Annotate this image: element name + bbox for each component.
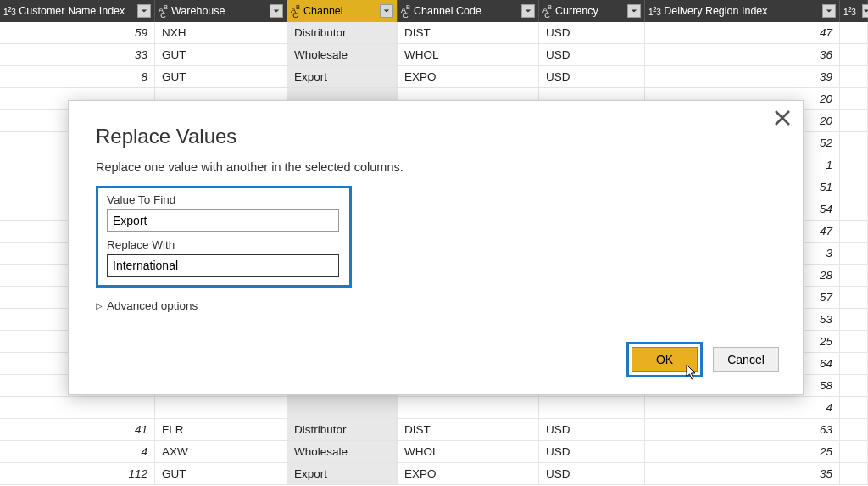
table-cell: EXPO	[398, 463, 539, 484]
advanced-options-toggle[interactable]: ▷ Advanced options	[96, 299, 776, 312]
table-row[interactable]: 112GUTExportEXPOUSD35	[0, 463, 868, 485]
table-cell: WHOL	[398, 441, 539, 462]
table-cell: USD	[539, 22, 645, 43]
table-cell	[840, 221, 868, 242]
abc-type-icon: ABC	[401, 4, 410, 19]
table-cell: Export	[287, 66, 398, 87]
column-header[interactable]: 123	[840, 0, 868, 22]
column-label: Customer Name Index	[19, 5, 134, 17]
table-cell	[840, 176, 868, 198]
123-type-icon: 123	[843, 5, 855, 17]
replace-values-dialog: Replace Values Replace one value with an…	[68, 100, 804, 395]
table-cell: USD	[539, 463, 645, 484]
table-cell: 8	[0, 66, 155, 87]
table-row[interactable]: 33GUTWholesaleWHOLUSD36	[0, 44, 868, 66]
table-cell: 41	[0, 419, 155, 440]
table-cell	[840, 331, 868, 352]
abc-type-icon: ABC	[291, 4, 300, 19]
ok-highlight-box: OK	[626, 342, 703, 377]
table-row[interactable]: 41FLRDistributorDISTUSD63	[0, 419, 868, 441]
table-cell	[840, 287, 868, 308]
table-cell: USD	[539, 419, 645, 440]
table-cell	[840, 353, 868, 374]
table-cell: 35	[645, 463, 840, 484]
chevron-right-icon: ▷	[96, 301, 103, 310]
table-cell	[840, 441, 868, 462]
table-cell	[840, 110, 868, 131]
table-cell	[287, 397, 398, 418]
table-cell: Export	[287, 463, 398, 484]
table-cell: 112	[0, 463, 155, 484]
column-header-row: 123Customer Name IndexABCWarehouseABCCha…	[0, 0, 868, 22]
table-cell: NXH	[155, 22, 287, 43]
123-type-icon: 123	[648, 5, 660, 17]
filter-dropdown-icon[interactable]	[521, 4, 535, 18]
table-cell	[398, 397, 539, 418]
table-cell	[840, 419, 868, 440]
table-cell	[539, 397, 645, 418]
table-cell: USD	[539, 441, 645, 462]
filter-dropdown-icon[interactable]	[380, 4, 393, 18]
table-row[interactable]: 4	[0, 397, 868, 419]
filter-dropdown-icon[interactable]	[270, 4, 283, 18]
table-cell	[0, 397, 155, 418]
table-cell: GUT	[155, 66, 287, 87]
table-cell: 25	[645, 441, 840, 462]
table-cell: 33	[0, 44, 155, 65]
input-highlight-box: Value To Find Replace With	[96, 186, 352, 288]
column-header[interactable]: 123Customer Name Index	[0, 0, 155, 22]
table-cell	[840, 375, 868, 396]
abc-type-icon: ABC	[542, 4, 552, 19]
table-cell	[840, 265, 868, 286]
table-cell: Wholesale	[287, 44, 398, 65]
table-cell: GUT	[155, 463, 287, 484]
table-cell	[155, 397, 287, 418]
dialog-subtitle: Replace one value with another in the se…	[96, 160, 776, 174]
table-cell: 63	[645, 419, 840, 440]
table-cell: 4	[645, 397, 840, 418]
table-cell: AXW	[155, 441, 287, 462]
column-header[interactable]: 123Delivery Region Index	[645, 0, 840, 22]
cancel-button[interactable]: Cancel	[713, 347, 779, 372]
column-header[interactable]: ABCChannel	[287, 0, 398, 22]
filter-dropdown-icon[interactable]	[137, 4, 151, 18]
value-to-find-label: Value To Find	[107, 193, 341, 206]
column-header[interactable]: ABCCurrency	[539, 0, 645, 22]
advanced-options-label: Advanced options	[107, 299, 198, 312]
filter-dropdown-icon[interactable]	[822, 4, 836, 18]
abc-type-icon: ABC	[159, 4, 168, 19]
table-cell: DIST	[398, 22, 539, 43]
table-cell	[840, 132, 868, 154]
value-to-find-input[interactable]	[107, 209, 339, 232]
dialog-title: Replace Values	[96, 125, 776, 148]
column-label: Currency	[555, 5, 624, 17]
table-cell: Wholesale	[287, 441, 398, 462]
table-cell	[840, 243, 868, 264]
table-cell: Distributor	[287, 22, 398, 43]
filter-dropdown-icon[interactable]	[627, 4, 641, 18]
ok-button[interactable]: OK	[632, 347, 698, 372]
table-row[interactable]: 59NXHDistributorDISTUSD47	[0, 22, 868, 44]
table-cell: DIST	[398, 419, 539, 440]
column-label: Delivery Region Index	[664, 5, 819, 17]
close-icon[interactable]	[774, 109, 791, 126]
table-cell: USD	[539, 44, 645, 65]
table-cell	[840, 22, 868, 43]
table-cell	[840, 463, 868, 484]
table-cell	[840, 44, 868, 65]
table-cell: WHOL	[398, 44, 539, 65]
replace-with-input[interactable]	[107, 254, 339, 277]
table-cell	[840, 88, 868, 109]
table-cell: FLR	[155, 419, 287, 440]
table-row[interactable]: 4AXWWholesaleWHOLUSD25	[0, 441, 868, 463]
column-header[interactable]: ABCWarehouse	[155, 0, 287, 22]
column-label: Warehouse	[171, 5, 266, 17]
table-cell	[840, 309, 868, 330]
column-header[interactable]: ABCChannel Code	[398, 0, 539, 22]
table-cell	[840, 198, 868, 220]
filter-dropdown-icon[interactable]	[862, 4, 868, 18]
table-cell: 36	[645, 44, 840, 65]
table-row[interactable]: 8GUTExportEXPOUSD39	[0, 66, 868, 88]
table-cell	[840, 154, 868, 176]
table-cell: 47	[645, 22, 840, 43]
